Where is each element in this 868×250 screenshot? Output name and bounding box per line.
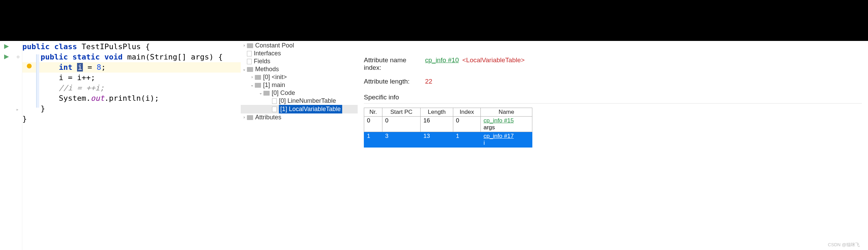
cell-length: 13 (421, 132, 453, 148)
cell-startpc: 0 (382, 117, 421, 132)
kw-public: public (22, 42, 50, 51)
cell-startpc: 3 (382, 132, 421, 148)
specific-info-title: Specific info (364, 94, 862, 104)
close-brace-method: } (41, 104, 45, 113)
file-icon (247, 51, 252, 56)
cell-name: cp_info #17i (481, 132, 532, 148)
attr-name-label: Attribute name index: (364, 56, 425, 72)
attr-length-label: Attribute length: (364, 78, 425, 85)
attr-name-link[interactable]: cp_info #10 (425, 56, 459, 64)
table-row[interactable]: 00160cp_info #15args (364, 117, 532, 132)
tree-main[interactable]: ⌄[1] main (241, 81, 358, 89)
tree-label: Constant Pool (255, 42, 294, 50)
tree-lvt[interactable]: [1] LocalVariableTable (241, 105, 358, 113)
watermark: CSDN @猫咪飞 (828, 242, 860, 248)
folder-icon (255, 83, 261, 88)
folder-icon (247, 67, 253, 72)
cell-index: 0 (453, 117, 480, 132)
th-length: Length (421, 108, 453, 117)
cell-name: cp_info #15args (481, 117, 532, 132)
fold-icon[interactable]: ⊖ (17, 55, 20, 59)
chevron-right-icon: › (241, 42, 247, 50)
cell-index: 1 (453, 132, 480, 148)
class-name: TestIPulsPlus (82, 42, 141, 51)
kw-static: static (73, 53, 100, 61)
brace: { (141, 42, 150, 51)
cp-link[interactable]: cp_info #17 (484, 133, 514, 139)
fold-end-icon[interactable]: ▸ (17, 107, 19, 112)
tree-attributes[interactable]: ›Attributes (241, 113, 358, 121)
chevron-down-icon: ⌄ (258, 89, 263, 97)
tree-label-selected: [1] LocalVariableTable (279, 105, 342, 113)
file-icon (247, 59, 252, 64)
cell-length: 16 (421, 117, 453, 132)
attr-name-tag: <LocalVariableTable> (462, 56, 524, 64)
th-name: Name (481, 108, 532, 117)
field-out: out (91, 94, 105, 102)
chevron-right-icon: › (241, 113, 247, 121)
folder-icon (247, 115, 253, 120)
tree-methods[interactable]: ⌄Methods (241, 65, 358, 73)
file-icon (272, 107, 277, 112)
tree-label: Interfaces (254, 50, 281, 57)
chevron-down-icon: ⌄ (249, 81, 255, 89)
tree-label: [0] <init> (263, 73, 287, 81)
kw-void: void (104, 53, 122, 61)
tree-label: [1] main (263, 81, 285, 89)
literal-8: 8 (97, 63, 101, 72)
main-params: (String[] args) { (145, 53, 223, 61)
attr-name-row: Attribute name index: cp_info #10 <Local… (364, 56, 862, 72)
cell-nr: 1 (364, 132, 382, 148)
top-black-bar (0, 0, 868, 41)
system-prefix: System. (59, 94, 91, 102)
semi: ; (101, 63, 106, 72)
table-header-row: Nr. Start PC Length Index Name (364, 108, 532, 117)
folder-icon (247, 43, 253, 48)
th-nr: Nr. (364, 108, 382, 117)
file-icon (272, 98, 277, 104)
collapse-bar (36, 54, 39, 108)
comment-line: //i = ++i; (59, 84, 104, 92)
kw-public2: public (41, 53, 68, 61)
attribute-info-panel: Generic info Attribute name index: cp_in… (358, 41, 868, 250)
local-variable-table[interactable]: Nr. Start PC Length Index Name 00160cp_i… (364, 108, 532, 148)
kw-int: int (59, 63, 73, 72)
line-ipp: i = i++; (59, 73, 95, 82)
chevron-right-icon: › (249, 73, 255, 81)
assign-text: = (83, 63, 97, 72)
close-brace-class: } (22, 115, 27, 123)
tree-label: Methods (255, 65, 279, 73)
tree-label: Attributes (255, 113, 281, 121)
tree-fields[interactable]: Fields (241, 57, 358, 65)
th-index: Index (453, 108, 480, 117)
tree-label: [0] Code (272, 89, 295, 97)
tree-label: [0] LineNumberTable (279, 97, 336, 105)
tree-lnt[interactable]: [0] LineNumberTable (241, 97, 358, 105)
attr-length-value: 22 (425, 78, 432, 85)
folder-icon (255, 75, 261, 80)
code-area[interactable]: public class TestIPulsPlus { public stat… (22, 41, 241, 250)
code-editor[interactable]: ▶ ▶ ⊖ ▸ public class TestIPulsPlus { pub… (0, 41, 241, 250)
kw-class: class (54, 42, 77, 51)
chevron-down-icon: ⌄ (241, 65, 247, 73)
main-split: ▶ ▶ ⊖ ▸ public class TestIPulsPlus { pub… (0, 41, 868, 250)
cell-nr: 0 (364, 117, 382, 132)
run-class-icon[interactable]: ▶ (4, 43, 9, 49)
method-main: main (127, 53, 145, 61)
tree-constant-pool[interactable]: ›Constant Pool (241, 42, 358, 50)
bytecode-tree[interactable]: ›Constant Pool Interfaces Fields ⌄Method… (241, 41, 358, 250)
folder-icon (263, 91, 270, 96)
tree-label: Fields (254, 57, 270, 65)
table-row[interactable]: 13131cp_info #17i (364, 132, 532, 148)
println-call: .println(i); (104, 94, 159, 102)
run-main-icon[interactable]: ▶ (4, 53, 9, 59)
cp-link[interactable]: cp_info #15 (484, 117, 514, 124)
tree-code[interactable]: ⌄[0] Code (241, 89, 358, 97)
editor-gutter: ▶ ▶ ⊖ ▸ (0, 41, 22, 250)
tree-init[interactable]: ›[0] <init> (241, 73, 358, 81)
th-startpc: Start PC (382, 108, 421, 117)
var-i-declared: i (77, 63, 83, 72)
tree-interfaces[interactable]: Interfaces (241, 50, 358, 57)
attr-length-row: Attribute length: 22 (364, 78, 862, 85)
intention-bulb-icon[interactable] (27, 64, 32, 68)
